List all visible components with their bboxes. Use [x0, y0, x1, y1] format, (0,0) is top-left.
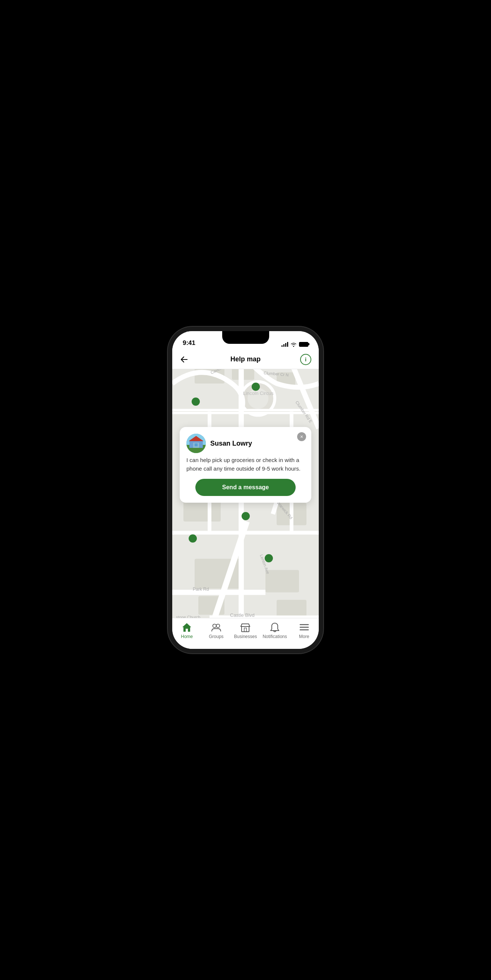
- nav-item-notifications[interactable]: Notifications: [260, 622, 290, 639]
- nav-item-groups[interactable]: Groups: [202, 622, 231, 639]
- map-pin-1[interactable]: [252, 383, 260, 391]
- page-title: Help map: [230, 355, 261, 363]
- svg-point-41: [216, 624, 219, 628]
- nav-item-home[interactable]: Home: [172, 622, 202, 639]
- wifi-icon: [291, 342, 297, 347]
- svg-text:Castle Blvd: Castle Blvd: [230, 612, 255, 618]
- groups-icon: [211, 622, 221, 632]
- nav-label-more: More: [299, 634, 309, 639]
- send-message-button[interactable]: Send a message: [195, 479, 296, 496]
- svg-rect-9: [276, 600, 307, 618]
- svg-rect-43: [244, 628, 246, 632]
- svg-rect-38: [195, 443, 198, 446]
- notch: [222, 331, 269, 344]
- businesses-icon: [240, 622, 251, 632]
- map-pin-5[interactable]: [265, 554, 273, 562]
- map-container[interactable]: Cavendish Cr N Clumber Cr N Lincoln Circ…: [172, 369, 319, 618]
- nav-label-groups: Groups: [209, 634, 223, 639]
- map-pin-2[interactable]: [192, 398, 200, 406]
- status-icons: [281, 342, 308, 347]
- nav-label-notifications: Notifications: [262, 634, 287, 639]
- bottom-nav: Home Groups Busin: [172, 618, 319, 649]
- nav-label-businesses: Businesses: [234, 634, 257, 639]
- signal-icon: [281, 342, 288, 347]
- svg-text:Lincoln Circus: Lincoln Circus: [243, 390, 274, 396]
- phone-frame: 9:41 Help map i: [172, 331, 319, 649]
- svg-text:Park Rd: Park Rd: [193, 587, 209, 592]
- battery-icon: [299, 342, 308, 347]
- status-time: 9:41: [183, 339, 195, 347]
- svg-marker-39: [182, 623, 191, 632]
- close-button[interactable]: ×: [297, 432, 306, 441]
- user-popup-card: × Susan Lowry I can help pick up gro: [180, 427, 311, 503]
- header: Help map i: [172, 350, 319, 369]
- nav-item-more[interactable]: More: [289, 622, 319, 639]
- svg-text:stone Church: stone Church: [176, 615, 200, 618]
- svg-rect-7: [265, 570, 299, 593]
- avatar: [186, 434, 206, 453]
- map-pin-4[interactable]: [189, 535, 197, 542]
- more-icon: [299, 622, 310, 632]
- notifications-icon: [270, 622, 280, 632]
- nav-item-businesses[interactable]: Businesses: [231, 622, 260, 639]
- svg-rect-42: [242, 627, 249, 632]
- popup-description: I can help pick up groceries or check in…: [186, 456, 305, 473]
- home-icon: [181, 622, 192, 632]
- nav-label-home: Home: [181, 634, 193, 639]
- user-name: Susan Lowry: [210, 440, 252, 447]
- info-button[interactable]: i: [300, 354, 311, 365]
- popup-header: Susan Lowry: [186, 434, 305, 453]
- map-pin-3[interactable]: [242, 512, 250, 520]
- back-button[interactable]: [180, 356, 188, 363]
- svg-point-40: [213, 624, 216, 628]
